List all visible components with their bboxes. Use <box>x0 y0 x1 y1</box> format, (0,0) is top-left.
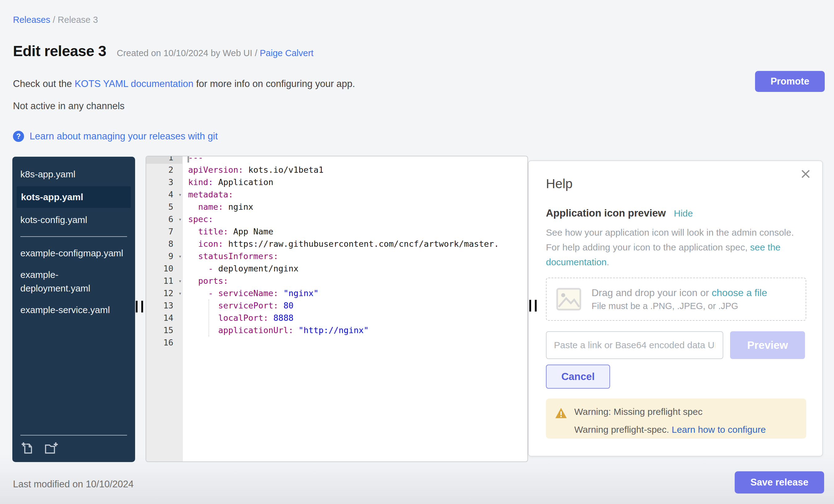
code-line-content: applicationUrl: "http://nginx" <box>182 324 369 336</box>
sidebar-file-example-configmap.yaml[interactable]: example-configmap.yaml <box>12 242 135 264</box>
sidebar-file-kots-app.yaml[interactable]: kots-app.yaml <box>17 186 131 208</box>
preview-button[interactable]: Preview <box>730 331 805 359</box>
code-line-content: name: nginx <box>182 201 253 213</box>
code-line-content: - deployment/nginx <box>182 262 299 275</box>
sidebar-file-example-service.yaml[interactable]: example-service.yaml <box>12 299 135 321</box>
fold-arrow-icon[interactable]: ▾ <box>179 287 182 300</box>
code-line-15[interactable]: 15 applicationUrl: "http://nginx" <box>146 324 527 336</box>
file-list: k8s-app.yamlkots-app.yamlkots-config.yam… <box>12 157 135 321</box>
new-file-button[interactable] <box>20 441 35 455</box>
save-release-button[interactable]: Save release <box>735 471 824 494</box>
code-token <box>188 325 218 335</box>
fold-arrow-icon[interactable]: ▾ <box>179 275 182 287</box>
git-releases-link[interactable]: Learn about managing your releases with … <box>29 131 218 142</box>
sidebar-divider <box>20 236 127 237</box>
gutter-line-number: 8 <box>146 238 182 250</box>
code-token: applicationUrl: <box>218 325 294 335</box>
code-token <box>188 251 198 261</box>
warning-configure-link[interactable]: Learn how to configure <box>672 424 766 435</box>
code-token <box>188 239 198 248</box>
choose-file-link[interactable]: choose a file <box>712 287 767 298</box>
dropzone-text-before: Drag and drop your icon or <box>592 287 712 298</box>
code-editor[interactable]: 1---2apiVersion: kots.io/v1beta13kind: A… <box>146 156 528 462</box>
code-line-9[interactable]: 9▾ statusInformers: <box>146 250 527 262</box>
gutter-line-number: 2 <box>146 164 182 176</box>
icon-preview-description: See how your application icon will look … <box>546 225 807 269</box>
code-line-7[interactable]: 7 title: App Name <box>146 225 527 238</box>
code-line-content: statusInformers: <box>182 250 279 262</box>
description-suffix: . <box>607 257 609 267</box>
gutter-line-number: 1 <box>146 156 182 164</box>
code-line-content: title: App Name <box>182 225 273 238</box>
code-token <box>188 227 198 236</box>
code-line-content: servicePort: 80 <box>182 300 293 312</box>
code-line-content: apiVersion: kots.io/v1beta1 <box>182 164 324 176</box>
code-token: --- <box>188 156 203 162</box>
code-line-content: metadata: <box>182 189 233 201</box>
code-line-content: --- <box>182 156 203 164</box>
sidebar-file-k8s-app.yaml[interactable]: k8s-app.yaml <box>12 163 135 185</box>
code-line-3[interactable]: 3kind: Application <box>146 176 527 189</box>
sidebar-file-example-deployment.yaml[interactable]: example-deployment.yaml <box>12 264 135 299</box>
icon-url-input[interactable] <box>546 331 723 359</box>
sidebar-file-kots-config.yaml[interactable]: kots-config.yaml <box>12 209 135 231</box>
code-line-12[interactable]: 12▾ - serviceName: "nginx" <box>146 287 527 300</box>
code-token: nginx <box>223 202 254 212</box>
created-author-link[interactable]: Paige Calvert <box>260 48 313 58</box>
fold-arrow-icon[interactable]: ▾ <box>179 213 182 225</box>
gutter-line-number: 13 <box>146 300 182 312</box>
kots-doc-text: Check out the KOTS YAML documentation fo… <box>13 78 355 89</box>
icon-url-row: Preview <box>546 331 805 359</box>
gutter-line-number: 10 <box>146 262 182 275</box>
help-resize-handle[interactable] <box>529 300 537 311</box>
file-plus-icon <box>20 441 35 455</box>
code-token: statusInformers: <box>198 251 279 261</box>
fold-arrow-icon[interactable]: ▾ <box>179 189 182 201</box>
resize-bar <box>136 301 137 312</box>
code-line-14[interactable]: 14 localPort: 8888 <box>146 312 527 324</box>
code-token: title: <box>198 227 228 236</box>
promote-button[interactable]: Promote <box>755 71 825 92</box>
code-token: 80 <box>279 301 294 310</box>
cancel-button[interactable]: Cancel <box>546 365 610 389</box>
code-line-content: icon: https://raw.githubusercontent.com/… <box>182 238 499 250</box>
breadcrumb-current: Release 3 <box>58 15 98 25</box>
code-line-6[interactable]: 6▾spec: <box>146 213 527 225</box>
hide-link[interactable]: Hide <box>674 208 693 219</box>
gutter-line-number: 14 <box>146 312 182 324</box>
gutter-line-number: 9▾ <box>146 250 182 262</box>
code-line-11[interactable]: 11▾ ports: <box>146 275 527 287</box>
code-token: serviceName: <box>218 288 279 298</box>
code-line-content: localPort: 8888 <box>182 312 293 324</box>
question-circle-icon: ? <box>13 131 24 142</box>
gutter-line-number: 11▾ <box>146 275 182 287</box>
code-token: icon: <box>198 239 223 248</box>
breadcrumb-releases-link[interactable]: Releases <box>13 15 50 25</box>
code-line-4[interactable]: 4▾metadata: <box>146 189 527 201</box>
fold-arrow-icon[interactable]: ▾ <box>179 250 182 262</box>
code-token: localPort: <box>218 313 269 323</box>
code-token: "http://nginx" <box>293 325 369 335</box>
code-line-13[interactable]: 13 servicePort: 80 <box>146 300 527 312</box>
help-close-button[interactable] <box>799 168 812 180</box>
sidebar-resize-handle[interactable] <box>136 301 143 312</box>
code-line-1[interactable]: 1--- <box>146 156 527 164</box>
code-line-8[interactable]: 8 icon: https://raw.githubusercontent.co… <box>146 238 527 250</box>
code-token <box>188 264 208 273</box>
code-line-5[interactable]: 5 name: nginx <box>146 201 527 213</box>
new-folder-button[interactable] <box>44 441 58 455</box>
editor-content[interactable]: 1---2apiVersion: kots.io/v1beta13kind: A… <box>146 156 527 349</box>
code-line-16[interactable]: 16 <box>146 336 527 349</box>
sidebar-footer <box>20 435 127 455</box>
last-modified-text: Last modified on 10/10/2024 <box>13 479 134 490</box>
code-token: servicePort: <box>218 301 279 310</box>
code-line-10[interactable]: 10 - deployment/nginx <box>146 262 527 275</box>
kots-yaml-doc-link[interactable]: KOTS YAML documentation <box>75 78 193 89</box>
git-help-row: ? Learn about managing your releases wit… <box>13 131 218 142</box>
code-token: "nginx" <box>279 288 319 298</box>
code-token: name: <box>198 202 223 212</box>
icon-dropzone[interactable]: Drag and drop your icon or choose a file… <box>546 278 806 321</box>
warning-detail-text: Warning preflight-spec. <box>574 424 672 435</box>
code-line-2[interactable]: 2apiVersion: kots.io/v1beta1 <box>146 164 527 176</box>
code-token: metadata: <box>188 190 233 199</box>
